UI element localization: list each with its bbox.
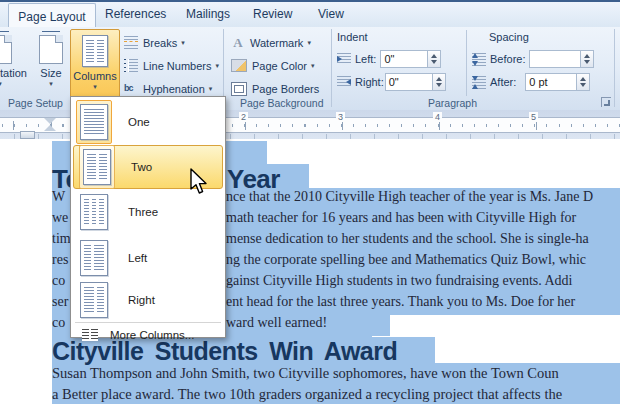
indent-left-icon (337, 53, 351, 65)
spacing-after-icon (472, 76, 486, 89)
columns-icon (82, 35, 108, 67)
chevron-down-icon: ▾ (0, 81, 2, 87)
spacing-after-input[interactable]: 0 pt (525, 73, 577, 91)
spacing-before-row: Before: (472, 50, 594, 68)
word-window: Page Layout References Mailings Review V… (0, 0, 620, 404)
body-text-line: ward well earned! (226, 315, 327, 331)
hyphenation-label: Hyphenation (143, 83, 205, 95)
ruler-number: 3 (336, 112, 345, 122)
menu-item-label: More Columns... (110, 329, 194, 341)
body-text-line: ser (52, 294, 68, 310)
orientation-button[interactable]: Orientation ▾ (0, 29, 26, 107)
hyphenation-icon: bc (124, 82, 138, 95)
page-setup-group-label: Page Setup (8, 97, 63, 109)
column-separator (466, 30, 467, 96)
tab-view[interactable]: View (318, 7, 344, 21)
columns-dropdown-menu: One Two Three Left Right (70, 96, 226, 338)
chevron-down-icon: ▾ (93, 84, 97, 90)
spacing-before-input[interactable] (529, 50, 581, 68)
size-icon (39, 35, 63, 64)
body-text-line: gainst Cityville High students in two fu… (226, 273, 572, 289)
tab-mailings[interactable]: Mailings (186, 7, 230, 21)
first-line-indent-marker[interactable] (44, 118, 56, 124)
spacing-before-spinner[interactable] (581, 50, 594, 68)
page-borders-label: Page Borders (252, 83, 319, 95)
ruler-number: 4 (433, 112, 442, 122)
one-column-icon (76, 100, 112, 144)
chevron-down-icon: ▾ (311, 62, 315, 70)
body-text-line: res (52, 252, 68, 268)
menu-item-right[interactable]: Right (71, 280, 225, 320)
indent-right-spinner[interactable] (433, 73, 446, 91)
indent-right-icon (337, 76, 351, 88)
spacing-before-icon (472, 53, 486, 66)
chevron-down-icon: ▾ (181, 39, 185, 47)
mouse-cursor-icon (189, 168, 211, 196)
indent-left-spinner[interactable] (428, 50, 441, 68)
indent-right-label: Right: (355, 76, 384, 88)
page-background-group-label: Page Background (240, 97, 323, 109)
indent-header: Indent (337, 31, 368, 43)
columns-label: Columns (73, 70, 116, 82)
menu-item-left[interactable]: Left (71, 235, 225, 280)
menu-item-label: One (128, 116, 150, 128)
menu-separator (75, 322, 221, 323)
more-columns-icon (82, 329, 98, 341)
watermark-button[interactable]: A Watermark ▾ (231, 32, 311, 53)
tab-page-layout[interactable]: Page Layout (8, 3, 96, 29)
page-color-label: Page Color (252, 60, 307, 72)
size-button[interactable]: Size ▾ (34, 29, 68, 107)
spacing-after-spinner[interactable] (577, 73, 590, 91)
breaks-icon (124, 36, 138, 49)
body-text-line: tim (52, 231, 71, 247)
body-text-line: a Better place award. The two 10th grade… (52, 386, 562, 403)
chevron-down-icon: ▾ (307, 39, 311, 47)
indent-left-input[interactable]: 0" (380, 50, 428, 68)
breaks-label: Breaks (143, 37, 177, 49)
page-borders-icon (231, 82, 247, 96)
spacing-header: Spacing (489, 31, 529, 43)
spacing-before-label: Before: (490, 53, 525, 65)
line-numbers-button[interactable]: Line Numbers ▾ (124, 55, 219, 76)
right-column-icon (76, 278, 112, 322)
menu-item-label: Right (128, 294, 155, 306)
paragraph-group-label: Paragraph (428, 97, 477, 109)
body-text-line: Susan Thompson and John Smith, two Cityv… (52, 365, 559, 382)
orientation-icon (0, 35, 12, 64)
left-column-icon (76, 236, 112, 280)
watermark-label: Watermark (250, 37, 303, 49)
two-columns-icon (79, 145, 115, 189)
indent-right-input[interactable]: 0" (385, 73, 433, 91)
tab-review[interactable]: Review (253, 7, 292, 21)
page-color-button[interactable]: Page Color ▾ (231, 55, 315, 76)
group-separator (614, 29, 615, 107)
titlebar-edge (0, 0, 620, 2)
page-borders-button[interactable]: Page Borders (231, 78, 319, 99)
menu-item-one[interactable]: One (71, 99, 225, 145)
body-text-line: ng the corporate spelling bee and Mathem… (226, 252, 586, 268)
body-text-line: co (52, 273, 65, 289)
chevron-down-icon: ▾ (209, 85, 213, 93)
size-label: Size (40, 67, 61, 79)
menu-item-label: Two (131, 161, 152, 173)
tab-references[interactable]: References (105, 7, 166, 21)
ruler-number: 5 (529, 112, 538, 122)
menu-item-label: Three (128, 206, 158, 218)
orientation-label: Orientation (0, 67, 27, 79)
body-text-line: nce that the 2010 Cityville High teacher… (226, 189, 593, 205)
ruler-number: 2 (239, 112, 248, 122)
indent-left-row: Left: 0" (337, 50, 441, 68)
menu-item-more-columns[interactable]: More Columns... (71, 325, 225, 345)
hanging-indent-marker[interactable] (44, 125, 56, 131)
body-text-line: ent head for the last three years. Thank… (226, 294, 575, 310)
spacing-after-row: After: 0 pt (472, 73, 590, 91)
chevron-down-icon: ▾ (49, 81, 53, 87)
paragraph-dialog-launcher-icon[interactable] (601, 97, 611, 107)
body-text-line: mense dedication to her students and the… (226, 231, 589, 247)
line-numbers-icon (124, 59, 138, 72)
body-text-line: co (52, 315, 65, 331)
body-text-line: we (52, 210, 68, 226)
ribbon-tab-strip: Page Layout References Mailings Review V… (0, 0, 620, 28)
body-text-line: math teacher for 16 years and has been w… (226, 210, 576, 226)
breaks-button[interactable]: Breaks ▾ (124, 32, 185, 53)
